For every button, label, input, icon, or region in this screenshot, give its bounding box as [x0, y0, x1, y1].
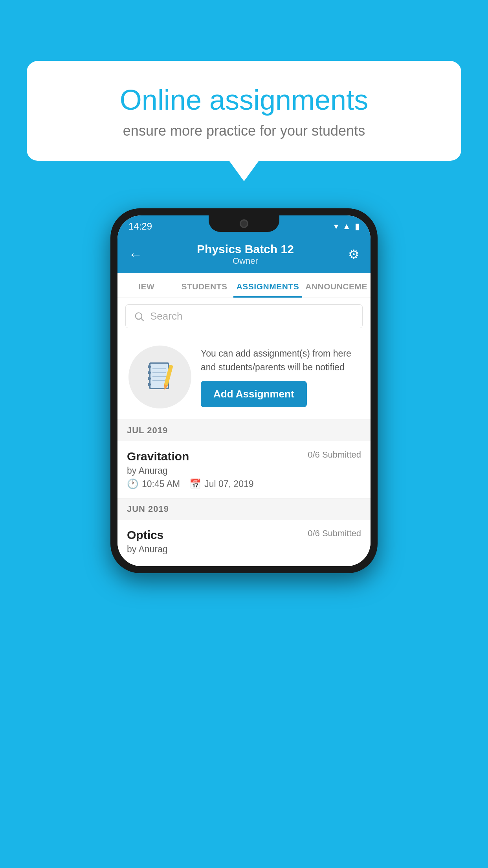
calendar-icon: 📅 [189, 478, 201, 489]
promo-content: You can add assignment(s) from here and … [201, 347, 360, 407]
tab-assignments[interactable]: ASSIGNMENTS [233, 273, 303, 298]
svg-point-9 [148, 371, 151, 374]
meta-time: 🕐 10:45 AM [127, 478, 180, 489]
search-input-wrap[interactable]: Search [125, 304, 363, 328]
header-subtitle: Owner [197, 256, 294, 266]
speech-bubble-subtitle: ensure more practice for your students [54, 123, 434, 139]
assignment-time: 10:45 AM [142, 479, 180, 489]
header-title: Physics Batch 12 [197, 243, 294, 256]
tab-students[interactable]: STUDENTS [175, 273, 233, 298]
wifi-icon: ▾ [334, 221, 338, 232]
header-center: Physics Batch 12 Owner [197, 243, 294, 266]
assignment-by-optics: by Anurag [127, 544, 361, 555]
search-placeholder: Search [150, 310, 182, 322]
speech-bubble-title: Online assignments [54, 85, 434, 116]
assignment-item-gravitation[interactable]: Gravitation 0/6 Submitted by Anurag 🕐 10… [117, 441, 371, 498]
assignment-name-gravitation: Gravitation [127, 450, 189, 463]
settings-icon[interactable]: ⚙ [348, 247, 360, 262]
assignment-item-optics[interactable]: Optics 0/6 Submitted by Anurag [117, 520, 371, 566]
tabs-bar: IEW STUDENTS ASSIGNMENTS ANNOUNCEME [117, 273, 371, 298]
phone-outer: 14:29 ▾ ▲ ▮ ← Physics Batch 12 Owner ⚙ [110, 208, 378, 573]
search-bar: Search [117, 298, 371, 335]
signal-icon: ▲ [342, 221, 351, 232]
app-header: ← Physics Batch 12 Owner ⚙ [117, 237, 371, 273]
assignment-date: Jul 07, 2019 [204, 479, 253, 489]
month-header-jun: JUN 2019 [117, 498, 371, 520]
promo-description: You can add assignment(s) from here and … [201, 347, 360, 374]
assignment-submitted-optics: 0/6 Submitted [308, 528, 361, 539]
svg-point-0 [136, 313, 142, 319]
phone-screen: 14:29 ▾ ▲ ▮ ← Physics Batch 12 Owner ⚙ [117, 215, 371, 566]
meta-date: 📅 Jul 07, 2019 [189, 478, 253, 489]
svg-point-8 [148, 365, 151, 368]
speech-bubble: Online assignments ensure more practice … [27, 61, 461, 161]
svg-point-11 [148, 383, 151, 386]
promo-section: You can add assignment(s) from here and … [117, 335, 371, 420]
notebook-icon [146, 361, 174, 393]
status-time: 14:29 [128, 221, 152, 232]
speech-bubble-container: Online assignments ensure more practice … [27, 61, 461, 161]
battery-icon: ▮ [355, 221, 360, 232]
tab-announcements[interactable]: ANNOUNCEME [302, 273, 371, 298]
assignment-top: Gravitation 0/6 Submitted [127, 450, 361, 463]
phone-wrapper: 14:29 ▾ ▲ ▮ ← Physics Batch 12 Owner ⚙ [110, 208, 378, 573]
phone-camera [240, 219, 248, 228]
promo-icon-circle [128, 346, 191, 408]
tab-iew[interactable]: IEW [117, 273, 175, 298]
add-assignment-button[interactable]: Add Assignment [201, 381, 307, 407]
assignment-meta-gravitation: 🕐 10:45 AM 📅 Jul 07, 2019 [127, 478, 361, 489]
phone-notch [209, 215, 279, 232]
svg-point-10 [148, 377, 151, 380]
month-header-jul: JUL 2019 [117, 420, 371, 441]
svg-line-1 [141, 318, 143, 321]
status-icons: ▾ ▲ ▮ [334, 221, 360, 232]
assignment-submitted-gravitation: 0/6 Submitted [308, 450, 361, 460]
assignment-top-optics: Optics 0/6 Submitted [127, 528, 361, 542]
assignment-name-optics: Optics [127, 528, 163, 542]
clock-icon: 🕐 [127, 478, 139, 489]
assignment-by-gravitation: by Anurag [127, 465, 361, 476]
search-icon [134, 311, 145, 322]
back-button[interactable]: ← [128, 246, 143, 263]
